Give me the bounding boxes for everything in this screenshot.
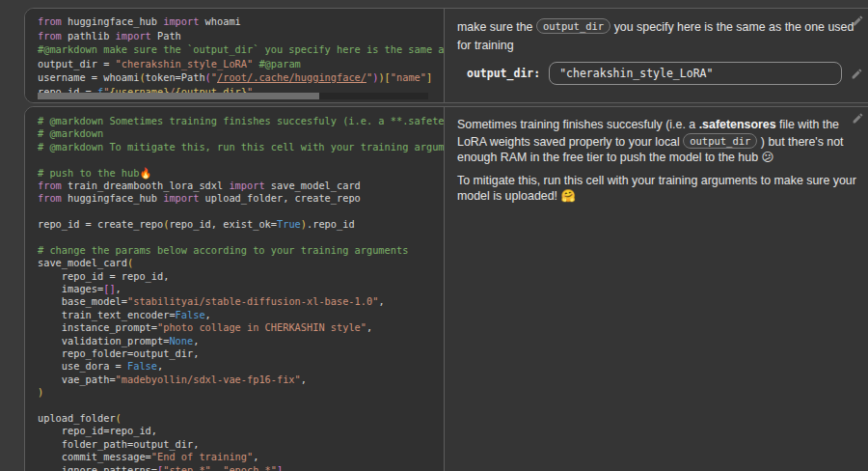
code-line: images=[], — [38, 283, 444, 295]
code-line: upload_folder( — [38, 412, 444, 425]
code-line: commit_message="End of training", — [38, 451, 444, 463]
scrollbar-thumb[interactable] — [38, 93, 319, 99]
code-line — [38, 232, 444, 244]
param-label: output_dir: — [467, 65, 540, 83]
code-line — [38, 400, 444, 412]
edit-pencil-icon[interactable] — [851, 68, 863, 80]
markdown-panel: Sometimes training finishes succesfuly (… — [445, 107, 868, 471]
inline-code-pill: output_dir — [536, 18, 610, 34]
code-line: username = whoami(token=Path("/root/.cac… — [38, 70, 444, 85]
output-dir-input[interactable] — [549, 62, 842, 85]
markdown-paragraph: Sometimes training finishes succesfuly (… — [457, 117, 863, 166]
markdown-paragraph: make sure the output_dir you specify her… — [457, 18, 863, 55]
code-line — [38, 153, 444, 166]
code-line: train_text_encoder=False, — [38, 309, 444, 321]
code-line: vae_path="madebyollin/sdxl-vae-fp16-fix"… — [38, 374, 444, 386]
code-line: repo_id=repo_id, — [38, 425, 444, 437]
markdown-paragraph: To mitigate this, run this cell with you… — [457, 173, 863, 205]
code-line: repo_id = create_repo(repo_id, exist_ok=… — [38, 218, 444, 231]
code-line: folder_path=output_dir, — [38, 438, 444, 451]
code-line: repo_folder=output_dir, — [38, 347, 444, 360]
code-line: base_model="stabilityai/stable-diffusion… — [38, 295, 444, 308]
code-line: from pathlib import Path — [38, 29, 444, 43]
code-line: from huggingface_hub import upload_folde… — [38, 192, 444, 205]
code-cell-output-dir: from huggingface_hub import whoamifrom p… — [24, 8, 868, 103]
code-line: use_dora = False, — [38, 360, 444, 373]
edit-pencil-icon[interactable] — [852, 112, 864, 125]
code-line: from huggingface_hub import whoami — [38, 14, 444, 29]
form-panel: make sure the output_dir you specify her… — [445, 9, 868, 102]
inline-code-pill: output_dir — [683, 133, 757, 149]
code-editor[interactable]: from huggingface_hub import whoamifrom p… — [25, 9, 445, 102]
code-lines: # @markdown Sometimes training finishes … — [25, 107, 444, 471]
code-line: validation_prompt=None, — [38, 335, 444, 347]
code-line: save_model_card( — [38, 257, 444, 269]
edit-pencil-icon[interactable] — [852, 14, 864, 27]
code-line: repo_id = repo_id, — [38, 270, 444, 283]
code-line: # push to the hub🔥 — [38, 167, 444, 180]
code-line: from train_dreambooth_lora_sdxl import s… — [38, 180, 444, 192]
code-line: # change the params below according to y… — [38, 244, 444, 257]
code-line: # @markdown To mitigate this, run this c… — [38, 141, 444, 153]
code-editor[interactable]: # @markdown Sometimes training finishes … — [25, 107, 445, 471]
code-line: # @markdown — [38, 127, 444, 140]
code-line: output_dir = "cherakshin_style_LoRA" #@p… — [38, 57, 444, 71]
code-lines: from huggingface_hub import whoamifrom p… — [25, 9, 444, 98]
param-form-row: output_dir: — [457, 62, 863, 85]
horizontal-scrollbar[interactable] — [38, 93, 428, 99]
code-line: ignore_patterns=["step_*", "epoch_*"], — [38, 464, 444, 471]
code-line: #@markdown make sure the `output_dir` yo… — [38, 42, 444, 57]
code-cell-push-to-hub: # @markdown Sometimes training finishes … — [24, 106, 868, 471]
code-line — [38, 206, 444, 218]
bold-text: .safetensores — [699, 118, 776, 131]
code-line: ) — [38, 386, 444, 399]
code-line: instance_prompt="photo collage in CHERKA… — [38, 321, 444, 334]
code-line: # @markdown Sometimes training finishes … — [38, 115, 444, 127]
